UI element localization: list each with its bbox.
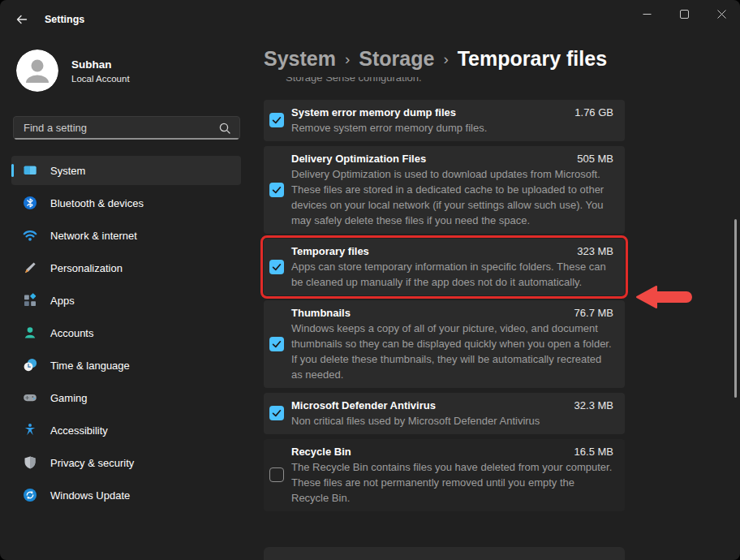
apps-icon (23, 293, 37, 308)
file-size: 1.76 GB (574, 105, 613, 120)
file-description: Windows keeps a copy of all of your pict… (291, 321, 613, 382)
user-name: Subhan (71, 58, 130, 71)
sidebar-item-label: Accessibility (50, 424, 108, 437)
sidebar-item-label: Apps (50, 295, 75, 307)
file-title: Microsoft Defender Antivirus (291, 398, 436, 413)
maximize-icon (680, 10, 689, 19)
file-checkbox[interactable] (269, 260, 284, 274)
sidebar-item-network-internet[interactable]: Network & internet (11, 221, 241, 250)
file-title: Recycle Bin (291, 444, 351, 459)
search-box[interactable] (13, 116, 240, 140)
user-account-type: Local Account (71, 74, 130, 84)
sidebar-item-personalization[interactable]: Personalization (11, 253, 241, 282)
breadcrumb: System › Storage › Temporary files (264, 47, 607, 71)
file-category-row[interactable]: Thumbnails 76.7 MB Windows keeps a copy … (264, 300, 625, 388)
file-checkbox[interactable] (269, 113, 284, 127)
breadcrumb-system[interactable]: System (264, 47, 336, 71)
breadcrumb-separator: › (443, 50, 448, 68)
sidebar-item-time-language[interactable]: Time & language (11, 351, 241, 380)
breadcrumb-separator: › (345, 50, 350, 68)
sidebar-item-label: Bluetooth & devices (50, 197, 144, 209)
gaming-icon (23, 390, 37, 405)
sidebar-item-windows-update[interactable]: Windows Update (11, 480, 241, 510)
windows-update-icon (23, 488, 37, 502)
file-category-row[interactable]: Recycle Bin 16.5 MB The Recycle Bin cont… (264, 439, 625, 511)
back-arrow-icon (15, 13, 28, 26)
file-title: Delivery Optimization Files (291, 151, 426, 166)
search-input[interactable] (24, 122, 218, 134)
file-description: Remove system error memory dump files. (291, 120, 613, 136)
close-icon (717, 10, 726, 19)
file-category-row[interactable]: System error memory dump files 1.76 GB R… (264, 100, 625, 141)
scrollbar[interactable] (734, 219, 737, 398)
network-icon (23, 228, 37, 243)
file-size: 76.7 MB (574, 305, 613, 321)
sidebar-item-gaming[interactable]: Gaming (11, 383, 241, 412)
sidebar-item-accounts[interactable]: Accounts (11, 318, 241, 347)
sidebar-item-accessibility[interactable]: Accessibility (11, 416, 241, 445)
file-description: The Recycle Bin contains files you have … (291, 459, 613, 506)
scrolled-partial-text: Storage Sense configuration. (286, 77, 553, 86)
personalization-icon (23, 261, 37, 275)
page-title: Temporary files (458, 47, 607, 71)
close-button[interactable] (703, 0, 740, 28)
file-checkbox[interactable] (269, 406, 284, 420)
sidebar-item-label: Time & language (50, 360, 130, 372)
accessibility-icon (23, 423, 37, 437)
temporary-files-list: System error memory dump files 1.76 GB R… (264, 100, 625, 516)
back-button[interactable] (10, 8, 34, 31)
sidebar-item-label: Gaming (50, 392, 88, 404)
time-language-icon (23, 358, 37, 373)
sidebar-item-privacy-security[interactable]: Privacy & security (11, 448, 241, 477)
sidebar-item-label: Windows Update (50, 489, 130, 502)
file-checkbox[interactable] (269, 337, 284, 351)
file-description: Delivery Optimization is used to downloa… (291, 166, 613, 228)
file-category-row[interactable]: Microsoft Defender Antivirus 32.3 MB Non… (264, 393, 625, 434)
privacy-icon (23, 455, 37, 470)
maximize-button[interactable] (665, 0, 703, 28)
sidebar-item-label: Personalization (50, 262, 123, 274)
file-size: 16.5 MB (574, 444, 613, 459)
sidebar-item-label: Privacy & security (50, 457, 134, 469)
breadcrumb-storage[interactable]: Storage (359, 47, 434, 71)
app-title: Settings (45, 14, 84, 25)
accounts-icon (23, 325, 37, 340)
file-description: Non critical files used by Microsoft Def… (291, 413, 613, 429)
file-size: 505 MB (577, 151, 613, 166)
sidebar-item-apps[interactable]: Apps (11, 286, 241, 315)
avatar (16, 50, 58, 92)
system-icon (23, 163, 37, 178)
file-title: Thumbnails (291, 305, 351, 321)
sidebar: Subhan Local Account System Bluetooth & … (0, 39, 253, 560)
window-controls (628, 0, 740, 28)
file-category-row[interactable]: Delivery Optimization Files 505 MB Deliv… (264, 146, 625, 234)
next-file-row-partial[interactable] (264, 547, 625, 560)
annotation-arrow-icon (635, 284, 694, 310)
file-title: Temporary files (291, 243, 369, 259)
sidebar-item-bluetooth-devices[interactable]: Bluetooth & devices (11, 188, 241, 218)
file-size: 323 MB (577, 243, 613, 259)
minimize-icon (643, 10, 652, 19)
sidebar-item-label: Network & internet (50, 230, 137, 242)
file-category-row[interactable]: Temporary files 323 MB Apps can store te… (264, 239, 625, 295)
user-account-row[interactable]: Subhan Local Account (16, 50, 130, 92)
file-checkbox[interactable] (269, 467, 284, 482)
bluetooth-icon (23, 196, 37, 210)
sidebar-nav: System Bluetooth & devices Network & int… (11, 156, 241, 513)
file-checkbox[interactable] (269, 183, 284, 197)
search-icon[interactable] (218, 122, 231, 135)
file-description: Apps can store temporary information in … (291, 259, 613, 290)
file-title: System error memory dump files (291, 105, 456, 120)
file-size: 32.3 MB (574, 398, 613, 413)
settings-window: Settings (0, 0, 740, 560)
sidebar-item-label: Accounts (50, 327, 93, 339)
sidebar-item-label: System (50, 165, 85, 177)
minimize-button[interactable] (628, 0, 665, 28)
titlebar: Settings (0, 0, 740, 39)
sidebar-item-system[interactable]: System (11, 156, 241, 185)
user-text: Subhan Local Account (71, 58, 130, 84)
